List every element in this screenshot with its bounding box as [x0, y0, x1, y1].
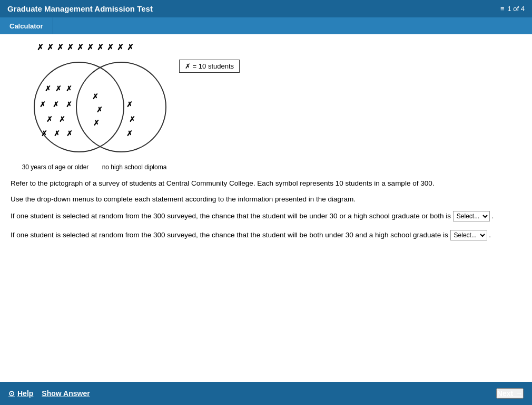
svg-text:✗: ✗: [41, 129, 47, 138]
progress-indicator: ≡ 1 of 4: [500, 5, 525, 13]
svg-point-0: [34, 62, 124, 152]
instruction-text: Use the drop-down menus to complete each…: [11, 194, 521, 205]
svg-text:✗: ✗: [126, 129, 133, 138]
venn-svg: ✗ ✗ ✗ ✗ ✗ ✗ ✗ ✗ ✗ ✗ ✗ ✗ ✗ ✗ ✗ ✗ ✗: [11, 54, 179, 160]
circle-labels: 30 years of age or older no high school …: [11, 163, 521, 171]
app-title: Graduate Management Admission Test: [7, 4, 153, 13]
x-symbol-5: ✗: [77, 43, 84, 52]
statement2-prefix: If one student is selected at random fro…: [11, 231, 448, 239]
svg-text:✗: ✗: [66, 129, 73, 138]
svg-text:✗: ✗: [126, 100, 133, 109]
svg-text:✗: ✗: [92, 92, 98, 101]
calculator-button[interactable]: Calculator: [0, 17, 53, 34]
intro-text: Refer to the pictograph of a survey of s…: [11, 178, 521, 189]
svg-text:✗: ✗: [46, 115, 53, 123]
footer-left: ⊙ Help Show Answer: [8, 389, 90, 398]
statement2-suffix: .: [489, 231, 491, 239]
svg-text:✗: ✗: [54, 129, 60, 138]
show-answer-button[interactable]: Show Answer: [42, 389, 90, 398]
dropdown-2[interactable]: Select... 1/6 1/3 2/3 5/6 1/10 3/10 7/10…: [450, 230, 487, 240]
x-symbol-3: ✗: [57, 43, 64, 52]
venn-diagram-area: ✗ ✗ ✗ ✗ ✗ ✗ ✗ ✗ ✗ ✗ ✗ ✗ ✗ ✗ ✗: [11, 43, 521, 171]
main-content: ✗ ✗ ✗ ✗ ✗ ✗ ✗ ✗ ✗ ✗ ✗ ✗ ✗ ✗ ✗: [0, 34, 532, 381]
x-symbol-10: ✗: [127, 43, 134, 52]
svg-text:✗: ✗: [45, 84, 51, 93]
statement-1: If one student is selected at random fro…: [11, 210, 521, 223]
x-symbol-9: ✗: [117, 43, 124, 52]
svg-point-1: [76, 62, 166, 152]
svg-text:✗: ✗: [53, 100, 59, 109]
statement1-prefix: If one student is selected at random fro…: [11, 212, 451, 220]
app-header: Graduate Management Admission Test ≡ 1 o…: [0, 0, 532, 17]
svg-text:✗: ✗: [96, 105, 103, 114]
x-symbol-8: ✗: [107, 43, 114, 52]
next-button[interactable]: Next →: [496, 388, 524, 399]
x-symbol-7: ✗: [97, 43, 104, 52]
svg-text:✗: ✗: [66, 100, 72, 109]
progress-icon: ≡: [500, 5, 505, 13]
help-label: Help: [17, 389, 33, 398]
x-row-above: ✗ ✗ ✗ ✗ ✗ ✗ ✗ ✗ ✗ ✗: [37, 43, 521, 52]
svg-text:✗: ✗: [129, 115, 135, 123]
svg-text:✗: ✗: [40, 100, 46, 109]
help-button[interactable]: ⊙ Help: [8, 389, 33, 398]
legend-box: ✗ = 10 students: [179, 60, 240, 73]
dropdown-1[interactable]: Select... 1/6 1/3 2/3 5/6 1/10 3/10 7/10…: [453, 211, 490, 221]
progress-text: 1 of 4: [507, 5, 525, 13]
statement-2: If one student is selected at random fro…: [11, 229, 521, 242]
svg-text:✗: ✗: [55, 84, 62, 93]
svg-text:✗: ✗: [59, 115, 65, 123]
x-symbol-4: ✗: [67, 43, 74, 52]
x-symbol-1: ✗: [37, 43, 44, 52]
right-circle-label: no high school diploma: [95, 163, 174, 171]
statement1-suffix: .: [492, 212, 494, 220]
svg-text:✗: ✗: [93, 119, 100, 127]
toolbar: Calculator: [0, 17, 532, 34]
x-symbol-6: ✗: [87, 43, 94, 52]
legend-text: ✗ = 10 students: [185, 62, 234, 70]
left-circle-label: 30 years of age or older: [16, 163, 95, 171]
footer: ⊙ Help Show Answer Next →: [0, 382, 532, 405]
help-icon: ⊙: [8, 389, 15, 398]
x-symbol-2: ✗: [47, 43, 54, 52]
svg-text:✗: ✗: [66, 84, 72, 93]
